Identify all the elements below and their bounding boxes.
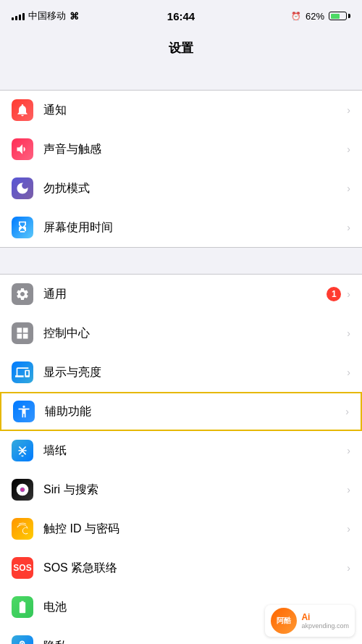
screentime-icon-bg <box>12 217 33 238</box>
notify-chevron: › <box>347 104 350 116</box>
list-item-sos[interactable]: SOS SOS 紧急联络 › <box>0 548 362 587</box>
hand-icon <box>15 639 30 644</box>
display-icon <box>15 365 30 380</box>
wallpaper-label: 墙纸 <box>43 443 347 459</box>
sos-chevron: › <box>347 562 350 574</box>
status-left: 中国移动 ⌘ <box>12 9 79 22</box>
watermark-site: akpvending.com <box>301 622 349 630</box>
section-gap-2 <box>0 248 362 274</box>
control-chevron: › <box>347 327 350 339</box>
list-item-notify[interactable]: 通知 › <box>0 91 362 130</box>
wallpaper-chevron: › <box>347 445 350 456</box>
wifi-icon: ⌘ <box>70 11 79 22</box>
list-item-accessibility[interactable]: 辅助功能 › <box>0 392 362 431</box>
screentime-label: 屏幕使用时间 <box>43 220 347 235</box>
carrier-label: 中国移动 <box>28 9 66 22</box>
wallpaper-icon-bg <box>12 440 33 461</box>
section-gap-top <box>0 64 362 90</box>
watermark-text: Ai akpvending.com <box>301 612 349 630</box>
sound-chevron: › <box>347 143 350 155</box>
notify-label: 通知 <box>43 103 347 118</box>
list-item-siri[interactable]: Siri 与搜索 › <box>0 470 362 509</box>
list-item-control[interactable]: 控制中心 › <box>0 314 362 353</box>
dnd-chevron: › <box>347 183 350 194</box>
list-group-1: 通知 › 声音与触感 › 勿扰模式 › <box>0 90 362 248</box>
siri-icon-bg <box>12 479 33 501</box>
general-badge: 1 <box>327 287 341 301</box>
general-label: 通用 <box>43 287 327 302</box>
control-icon-bg <box>12 322 33 344</box>
sos-label: SOS 紧急联络 <box>43 561 347 576</box>
gear-icon <box>15 287 30 301</box>
siri-chevron: › <box>347 484 350 495</box>
display-label: 显示与亮度 <box>43 365 347 380</box>
screentime-chevron: › <box>347 222 350 233</box>
watermark-ai: Ai <box>301 612 349 622</box>
control-label: 控制中心 <box>43 326 347 341</box>
sound-icon-bg <box>12 138 33 160</box>
sos-icon-bg: SOS <box>12 557 33 579</box>
list-item-sound[interactable]: 声音与触感 › <box>0 130 362 169</box>
control-icon <box>15 326 30 340</box>
sos-text: SOS <box>13 563 31 573</box>
bell-icon <box>15 103 30 117</box>
sound-icon <box>15 142 30 156</box>
nav-bar: 设置 <box>0 32 362 64</box>
fingerprint-icon <box>15 522 30 536</box>
siri-label: Siri 与搜索 <box>43 482 347 498</box>
flower-icon <box>15 443 30 458</box>
dnd-icon-bg <box>12 177 33 199</box>
status-bar: 中国移动 ⌘ 16:44 ⏰ 62% <box>0 0 362 32</box>
hourglass-icon <box>15 220 30 235</box>
alarm-icon: ⏰ <box>291 12 301 21</box>
watermark-logo: 阿酷 <box>271 608 297 634</box>
display-chevron: › <box>347 367 350 378</box>
accessibility-icon-bg <box>13 401 35 422</box>
accessibility-label: 辅助功能 <box>45 404 345 419</box>
battery-icon-bg <box>12 596 33 618</box>
privacy-icon-bg <box>12 635 33 644</box>
list-item-touchid[interactable]: 触控 ID 与密码 › <box>0 509 362 548</box>
accessibility-chevron: › <box>345 406 349 417</box>
list-item-wallpaper[interactable]: 墙纸 › <box>0 431 362 470</box>
display-icon-bg <box>12 361 33 383</box>
status-right: ⏰ 62% <box>291 11 350 22</box>
battery-life-icon <box>15 600 30 614</box>
status-time: 16:44 <box>167 10 195 22</box>
list-item-screentime[interactable]: 屏幕使用时间 › <box>0 208 362 247</box>
general-icon-bg <box>12 283 33 305</box>
list-item-display[interactable]: 显示与亮度 › <box>0 353 362 392</box>
list-group-2: 通用 1 › 控制中心 › 显示与亮度 › <box>0 274 362 644</box>
accessibility-icon <box>17 404 31 419</box>
moon-icon <box>15 181 30 196</box>
dnd-label: 勿扰模式 <box>43 181 347 196</box>
touchid-icon-bg <box>12 518 33 540</box>
touchid-label: 触控 ID 与密码 <box>43 522 347 537</box>
notify-icon-bg <box>12 99 33 121</box>
privacy-label: 隐私 <box>43 639 347 645</box>
signal-icon <box>12 12 25 20</box>
page-title: 设置 <box>169 40 193 57</box>
sound-label: 声音与触感 <box>43 142 347 157</box>
general-chevron: › <box>347 288 350 300</box>
siri-icon <box>15 482 30 497</box>
battery-percent: 62% <box>306 11 324 22</box>
list-item-dnd[interactable]: 勿扰模式 › <box>0 169 362 208</box>
list-item-general[interactable]: 通用 1 › <box>0 275 362 314</box>
battery-icon <box>329 12 350 20</box>
privacy-chevron: › <box>347 640 350 644</box>
watermark: 阿酷 Ai akpvending.com <box>265 605 355 637</box>
touchid-chevron: › <box>347 523 350 535</box>
settings-container: 通知 › 声音与触感 › 勿扰模式 › <box>0 64 362 644</box>
